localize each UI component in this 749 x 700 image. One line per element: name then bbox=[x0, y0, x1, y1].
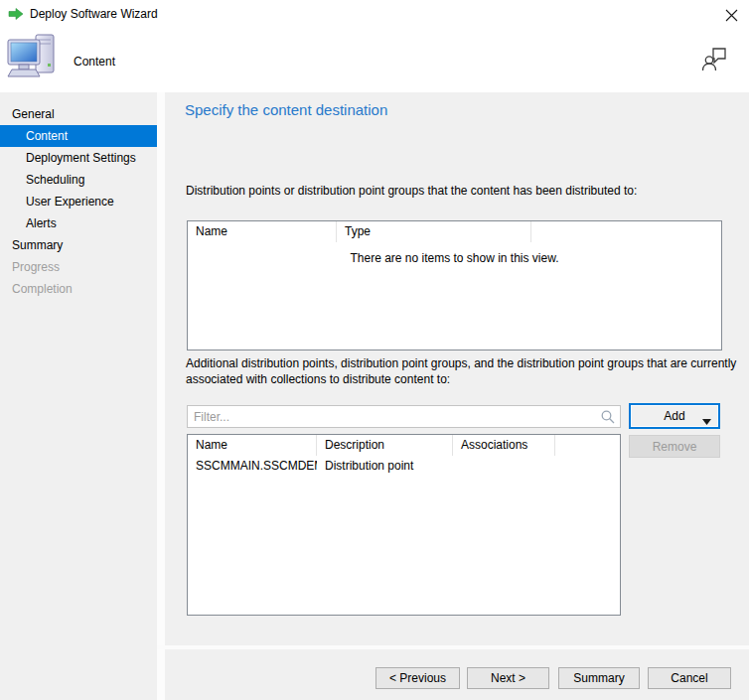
titlebar: Deploy Software Wizard bbox=[0, 0, 749, 28]
page-title: Specify the content destination bbox=[185, 101, 387, 118]
distributed-list-label: Distribution points or distribution poin… bbox=[186, 184, 637, 198]
content-pane: Specify the content destination Distribu… bbox=[165, 92, 749, 700]
column-header-description[interactable]: Description bbox=[317, 435, 453, 456]
sidebar-item-summary[interactable]: Summary bbox=[0, 234, 157, 256]
empty-message: There are no items to show in this view. bbox=[188, 251, 721, 265]
add-button-label: Add bbox=[664, 409, 684, 423]
column-header-associations[interactable]: Associations bbox=[453, 435, 555, 456]
remove-button-label: Remove bbox=[653, 440, 697, 454]
wizard-header: Content bbox=[0, 28, 749, 92]
additional-table[interactable]: NameDescriptionAssociations SSCMMAIN.SSC… bbox=[187, 434, 621, 616]
column-header-type[interactable]: Type bbox=[337, 221, 531, 242]
additional-table-header: NameDescriptionAssociations bbox=[188, 435, 620, 456]
window-title: Deploy Software Wizard bbox=[30, 0, 158, 28]
wizard-nav: GeneralContentDeployment SettingsSchedul… bbox=[0, 92, 157, 700]
add-button[interactable]: Add bbox=[629, 403, 720, 429]
sidebar-item-progress: Progress bbox=[0, 256, 157, 278]
sidebar-item-completion: Completion bbox=[0, 278, 157, 300]
sidebar-item-scheduling[interactable]: Scheduling bbox=[0, 169, 157, 191]
column-header-filler bbox=[531, 221, 721, 242]
wizard-step-label: Content bbox=[74, 55, 115, 69]
column-header-filler bbox=[555, 435, 620, 456]
previous-button[interactable]: < Previous bbox=[375, 667, 460, 689]
sidebar-item-user-experience[interactable]: User Experience bbox=[0, 191, 157, 212]
summary-button[interactable]: Summary bbox=[558, 667, 640, 689]
cancel-button[interactable]: Cancel bbox=[648, 667, 731, 689]
table-row[interactable]: SSCMMAIN.SSCMDEM...Distribution point bbox=[188, 456, 620, 476]
search-icon[interactable] bbox=[600, 409, 616, 425]
additional-list-label: Additional distribution points, distribu… bbox=[186, 356, 748, 388]
filter-input-wrap bbox=[187, 405, 621, 428]
computer-icon bbox=[6, 33, 62, 86]
column-header-name[interactable]: Name bbox=[188, 435, 317, 456]
next-button[interactable]: Next > bbox=[467, 667, 549, 689]
sidebar-item-deployment-settings[interactable]: Deployment Settings bbox=[0, 147, 157, 169]
footer-separator bbox=[157, 645, 749, 649]
table-cell: SSCMMAIN.SSCMDEM... bbox=[188, 456, 317, 476]
dropdown-caret-icon bbox=[702, 414, 711, 420]
distributed-table-header: NameType bbox=[188, 221, 721, 242]
sidebar-item-alerts[interactable]: Alerts bbox=[0, 212, 157, 234]
filter-input[interactable] bbox=[190, 407, 596, 426]
table-cell bbox=[453, 456, 555, 476]
wizard-body: GeneralContentDeployment SettingsSchedul… bbox=[0, 92, 749, 700]
sidebar-item-content[interactable]: Content bbox=[0, 125, 157, 147]
column-header-name[interactable]: Name bbox=[188, 221, 337, 242]
close-icon[interactable] bbox=[721, 5, 741, 25]
pane-divider bbox=[157, 92, 165, 700]
remove-button[interactable]: Remove bbox=[629, 435, 720, 458]
feedback-icon[interactable] bbox=[701, 46, 727, 71]
distributed-table[interactable]: NameType There are no items to show in t… bbox=[187, 220, 722, 350]
table-cell: Distribution point bbox=[317, 456, 453, 476]
sidebar-item-general[interactable]: General bbox=[0, 103, 157, 125]
additional-table-rows: SSCMMAIN.SSCMDEM...Distribution point bbox=[188, 456, 620, 476]
wizard-arrow-icon bbox=[8, 6, 24, 22]
